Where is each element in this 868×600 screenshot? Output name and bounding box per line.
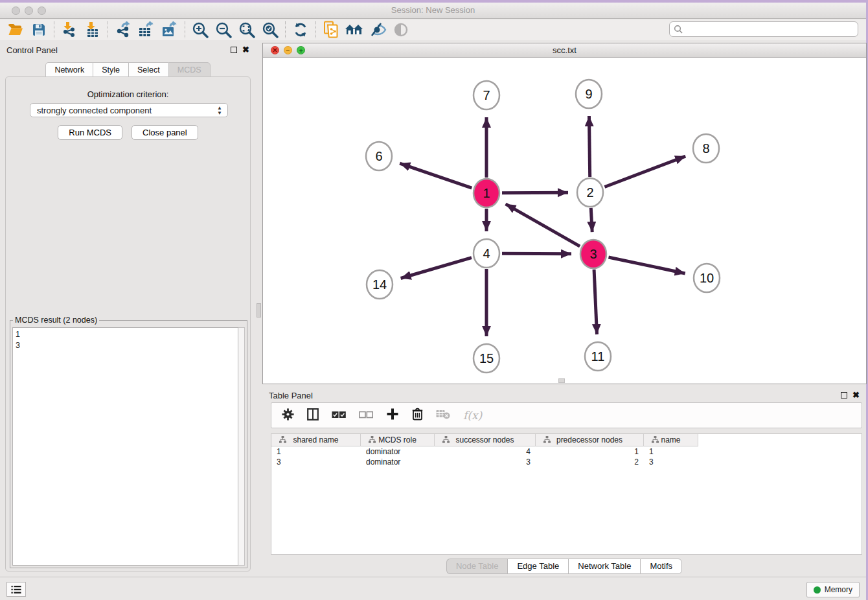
graph-edge-4-3[interactable]	[502, 253, 571, 254]
zoom-fit-icon[interactable]	[235, 20, 258, 40]
node-table[interactable]: shared nameMCDS rolesuccessor nodesprede…	[271, 433, 862, 555]
column-header-shared-name[interactable]: shared name	[271, 434, 361, 446]
table-cell[interactable]: 1	[536, 446, 644, 457]
zoom-in-icon[interactable]	[188, 20, 212, 40]
graph-edge-2-9[interactable]	[589, 116, 589, 177]
tab-network-table[interactable]: Network Table	[568, 559, 640, 574]
column-header-name[interactable]: name	[644, 434, 698, 446]
search-input[interactable]	[683, 24, 854, 34]
graph-edge-3-11[interactable]	[594, 270, 597, 334]
mcds-result-group: MCDS result (2 nodes) 13	[10, 320, 247, 568]
optimization-criterion-label: Optimization criterion:	[6, 89, 250, 99]
tab-motifs[interactable]: Motifs	[640, 559, 682, 574]
table-cell[interactable]: 1	[271, 446, 361, 457]
tab-node-table[interactable]: Node Table	[446, 559, 508, 574]
table-row[interactable]: 3dominator323	[271, 457, 862, 467]
table-cell[interactable]: 2	[536, 457, 644, 467]
column-layout-icon[interactable]	[307, 408, 319, 423]
column-header-predecessor-nodes[interactable]: predecessor nodes	[536, 434, 644, 446]
graph-edge-4-14[interactable]	[401, 258, 472, 279]
graph-node-11[interactable]: 11	[585, 342, 611, 371]
table-panel: Table Panel ✖ f(x) shared nameMCDS roles…	[262, 386, 866, 577]
toggle-graphics-details-icon[interactable]	[366, 20, 389, 40]
import-table-icon[interactable]	[81, 20, 104, 40]
copy-network-icon[interactable]	[319, 20, 343, 40]
graph-edge-3-1[interactable]	[506, 204, 580, 246]
svg-text:7: 7	[483, 88, 490, 102]
graph-node-15[interactable]: 15	[474, 344, 499, 373]
memory-button[interactable]: Memory	[806, 582, 860, 597]
graph-node-9[interactable]: 9	[576, 80, 602, 108]
splitter-grip[interactable]	[257, 303, 261, 317]
gear-icon[interactable]	[282, 408, 294, 423]
graph-node-8[interactable]: 8	[693, 134, 719, 163]
window-titlebar: Session: New Session	[0, 3, 866, 19]
graph-node-10[interactable]: 10	[694, 264, 720, 292]
table-cell[interactable]: 4	[435, 446, 536, 457]
table-cell[interactable]: dominator	[361, 457, 435, 467]
graph-node-3[interactable]: 3	[580, 240, 606, 268]
mcds-result-title: MCDS result (2 nodes)	[13, 316, 99, 325]
table-cell[interactable]: 3	[644, 457, 698, 467]
select-stepper-icon: ▲▼	[217, 106, 222, 115]
zoom-selected-icon[interactable]	[258, 20, 282, 40]
birds-eye-view-icon[interactable]	[389, 20, 413, 40]
import-network-icon[interactable]	[58, 20, 81, 40]
graph-edge-3-10[interactable]	[608, 257, 685, 273]
deselect-all-checkboxes-icon[interactable]	[359, 410, 373, 421]
graph-node-2[interactable]: 2	[577, 178, 603, 207]
graph-node-14[interactable]: 14	[367, 270, 393, 299]
open-session-icon[interactable]	[4, 20, 27, 40]
table-cell[interactable]: 1	[644, 446, 698, 457]
add-column-icon[interactable]	[386, 408, 399, 423]
column-header-MCDS-role[interactable]: MCDS role	[361, 434, 435, 446]
status-bar: Memory	[0, 577, 866, 600]
mcds-result-scrollbar[interactable]	[238, 327, 245, 566]
column-header-successor-nodes[interactable]: successor nodes	[435, 434, 536, 446]
graph-edge-2-8[interactable]	[604, 156, 685, 187]
network-window-titlebar[interactable]: ✕ − ＋ scc.txt	[263, 43, 866, 58]
network-hscroll-thumb[interactable]	[558, 378, 565, 383]
graph-node-4[interactable]: 4	[474, 239, 499, 268]
mcds-result-text[interactable]: 13	[12, 327, 238, 566]
search-box[interactable]	[669, 21, 858, 37]
table-cell[interactable]: dominator	[361, 446, 435, 457]
svg-text:10: 10	[700, 271, 714, 285]
svg-text:2: 2	[586, 185, 593, 200]
table-panel-float-icon[interactable]	[841, 392, 847, 398]
delete-column-icon[interactable]	[412, 408, 423, 423]
graph-edge-2-3[interactable]	[591, 208, 592, 232]
graph-node-1[interactable]: 1	[474, 179, 499, 207]
table-panel-title: Table Panel	[269, 391, 313, 400]
tab-edge-table[interactable]: Edge Table	[507, 559, 568, 574]
panel-splitter[interactable]	[256, 40, 262, 577]
run-mcds-button[interactable]: Run MCDS	[58, 125, 122, 140]
zoom-out-icon[interactable]	[212, 20, 235, 40]
optimization-criterion-select[interactable]: strongly connected component ▲▼	[30, 103, 228, 117]
network-canvas[interactable]: 7968124314101511	[263, 58, 866, 384]
table-cell[interactable]: 3	[435, 457, 536, 467]
select-all-checkboxes-icon[interactable]	[332, 410, 346, 421]
table-row[interactable]: 1dominator411	[271, 446, 862, 457]
refresh-view-icon[interactable]	[289, 20, 312, 40]
mcds-panel: Optimization criterion: strongly connect…	[5, 76, 251, 571]
control-panel-close-icon[interactable]: ✖	[242, 47, 249, 53]
export-network-icon[interactable]	[111, 20, 135, 40]
toolbar-separator	[285, 21, 286, 38]
network-graph[interactable]: 7968124314101511	[263, 58, 866, 384]
close-panel-button[interactable]: Close panel	[131, 125, 198, 140]
control-panel-float-icon[interactable]	[231, 47, 237, 53]
graph-node-7[interactable]: 7	[474, 81, 499, 110]
export-image-icon[interactable]	[158, 20, 181, 40]
home-layout-icon[interactable]	[343, 20, 366, 40]
save-session-icon[interactable]	[27, 20, 51, 40]
svg-text:3: 3	[589, 247, 597, 261]
task-history-button[interactable]	[6, 582, 26, 597]
export-table-icon[interactable]	[135, 20, 158, 40]
table-cell[interactable]: 3	[271, 457, 361, 467]
graph-edge-1-6[interactable]	[400, 163, 472, 188]
table-panel-close-icon[interactable]: ✖	[852, 392, 860, 398]
graph-node-6[interactable]: 6	[366, 142, 392, 170]
function-builder-disabled-icon: f(x)	[463, 409, 482, 422]
graph-edge-1-2[interactable]	[502, 192, 568, 193]
